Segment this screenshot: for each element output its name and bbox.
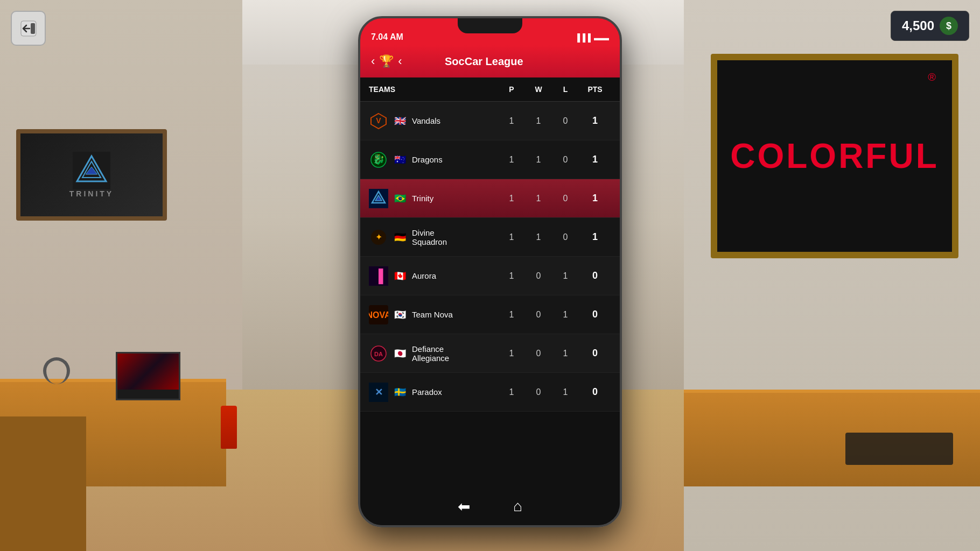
team-row: V 🇬🇧 Vandals 1 1 0 1	[360, 102, 620, 140]
left-monitor	[116, 352, 180, 400]
headphones	[43, 357, 70, 384]
team-row: ✕ 🇸🇪 Paradox 1 0 1 0	[360, 373, 620, 412]
stat-w: 0	[525, 387, 552, 397]
shelf-unit	[0, 416, 86, 551]
col-w: W	[525, 85, 552, 94]
team-flag: 🇬🇧	[393, 116, 408, 126]
stat-pts: 1	[579, 115, 611, 126]
team-flag: 🇩🇪	[393, 232, 408, 243]
stat-l: 0	[552, 232, 579, 242]
svg-text:V: V	[376, 116, 381, 125]
app-header: ‹ 🏆 ‹ SocCar League	[360, 45, 620, 77]
trinity-poster-label: TRINITY	[69, 189, 114, 198]
stat-p: 1	[498, 310, 525, 320]
team-flag: 🇸🇪	[393, 387, 408, 398]
team-logo	[369, 189, 388, 208]
stat-pts: 0	[579, 348, 611, 359]
svg-text:NOVA: NOVA	[369, 310, 388, 320]
team-row: 🇧🇷 Trinity 1 1 0 1	[360, 179, 620, 218]
team-info: ✕ 🇸🇪 Paradox	[369, 383, 498, 402]
stat-pts: 0	[579, 270, 611, 281]
close-button[interactable]: ‹	[398, 54, 402, 68]
stat-l: 0	[552, 194, 579, 203]
team-logo: ✦	[369, 228, 388, 247]
colorful-text: COLORFUL	[730, 136, 939, 176]
col-l: L	[552, 85, 579, 94]
team-flag: 🇯🇵	[393, 348, 408, 359]
team-name: Paradox	[412, 387, 442, 397]
team-logo: ▐	[369, 266, 388, 286]
team-name: Vandals	[412, 116, 440, 125]
team-logo: ✕	[369, 383, 388, 402]
phone-home-button[interactable]: ⌂	[513, 498, 522, 515]
team-info: DA 🇯🇵 DefianceAllegiance	[369, 344, 498, 363]
monitor-screen	[117, 354, 179, 390]
phone-wrapper: 7.04 AM ▐▐▐ ▬▬ ‹ 🏆 ‹ SocCar League TEAMS…	[358, 16, 622, 527]
stat-l: 1	[552, 349, 579, 358]
team-row: DA 🇯🇵 DefianceAllegiance 1 0 1 0	[360, 334, 620, 373]
stat-w: 0	[525, 310, 552, 320]
stat-w: 1	[525, 116, 552, 126]
team-flag: 🇨🇦	[393, 271, 408, 281]
svg-text:▐: ▐	[374, 269, 383, 285]
team-info: 🐉 🇦🇺 Dragons	[369, 150, 498, 169]
exit-button[interactable]	[11, 11, 46, 46]
stat-pts: 1	[579, 231, 611, 243]
svg-text:🐉: 🐉	[373, 153, 385, 165]
team-name: Aurora	[412, 271, 436, 280]
team-flag: 🇧🇷	[393, 193, 408, 204]
col-pts: PTS	[579, 85, 611, 94]
team-name: DefianceAllegiance	[412, 344, 449, 363]
stat-w: 0	[525, 349, 552, 358]
stat-pts: 1	[579, 193, 611, 204]
stat-l: 1	[552, 387, 579, 397]
stat-p: 1	[498, 271, 525, 281]
col-teams: TEAMS	[369, 85, 498, 94]
app-content: TEAMS P W L PTS V 🇬🇧 Vandals 1 1 0 1 🐉 🇦…	[360, 77, 620, 488]
team-logo: NOVA	[369, 305, 388, 324]
svg-text:DA: DA	[374, 351, 383, 357]
stat-p: 1	[498, 155, 525, 165]
svg-text:✦: ✦	[375, 232, 382, 242]
stat-l: 1	[552, 310, 579, 320]
currency-icon: $	[940, 17, 958, 35]
registered-mark: ®	[928, 71, 936, 83]
team-info: ▐ 🇨🇦 Aurora	[369, 266, 498, 286]
phone-back-button[interactable]: ⬅	[458, 498, 470, 515]
signal-icon: ▐▐▐	[575, 33, 591, 42]
teams-container: V 🇬🇧 Vandals 1 1 0 1 🐉 🇦🇺 Dragons 1 1 0 …	[360, 102, 620, 412]
stat-pts: 1	[579, 154, 611, 165]
team-info: ✦ 🇩🇪 DivineSquadron	[369, 228, 498, 247]
team-logo: 🐉	[369, 150, 388, 169]
team-info: NOVA 🇰🇷 Team Nova	[369, 305, 498, 324]
colorful-screen: ® COLORFUL	[717, 60, 952, 252]
phone-notch	[458, 18, 522, 33]
header-nav-left: ‹ 🏆 ‹	[371, 54, 402, 68]
stat-p: 1	[498, 232, 525, 242]
currency-amount: 4,500	[902, 18, 934, 33]
team-flag: 🇦🇺	[393, 154, 408, 165]
stat-p: 1	[498, 194, 525, 203]
svg-rect-5	[31, 23, 35, 34]
team-name: Dragons	[412, 155, 443, 164]
team-flag: 🇰🇷	[393, 309, 408, 320]
back-button[interactable]: ‹	[371, 54, 375, 68]
exit-icon	[19, 19, 38, 38]
phone-body: 7.04 AM ▐▐▐ ▬▬ ‹ 🏆 ‹ SocCar League TEAMS…	[358, 16, 622, 527]
status-time: 7.04 AM	[371, 32, 403, 42]
app-title: SocCar League	[402, 55, 566, 68]
team-row: NOVA 🇰🇷 Team Nova 1 0 1 0	[360, 295, 620, 334]
phone-bottom-nav: ⬅ ⌂	[360, 488, 620, 525]
stat-pts: 0	[579, 309, 611, 320]
right-keyboard	[845, 433, 953, 465]
trinity-poster: TRINITY	[16, 129, 167, 221]
stat-p: 1	[498, 349, 525, 358]
team-name: Team Nova	[412, 310, 453, 319]
stat-w: 1	[525, 232, 552, 242]
team-name: DivineSquadron	[412, 228, 447, 246]
stat-l: 0	[552, 116, 579, 126]
team-row: ✦ 🇩🇪 DivineSquadron 1 1 0 1	[360, 218, 620, 257]
stat-w: 0	[525, 271, 552, 281]
svg-text:✕: ✕	[375, 387, 383, 398]
team-logo: DA	[369, 344, 388, 363]
